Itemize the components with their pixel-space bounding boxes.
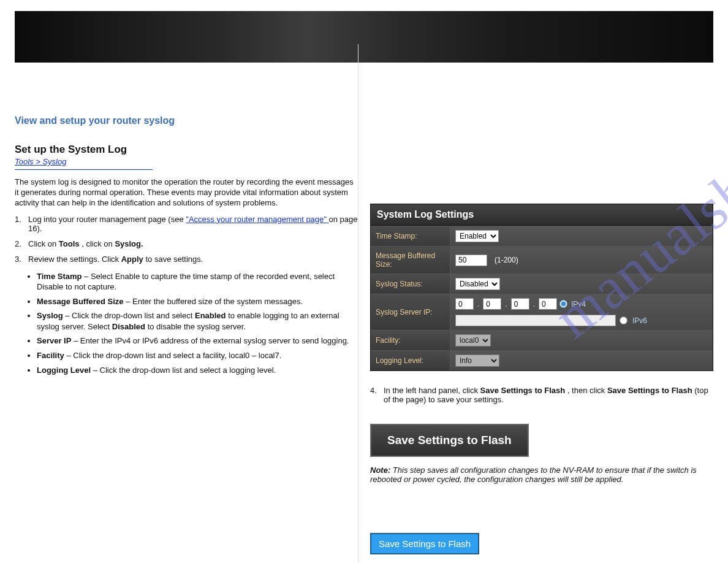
ipv4-octet-4[interactable]	[539, 298, 557, 310]
section-heading: View and setup your router syslog	[15, 115, 358, 126]
row-syslog-status: Syslog Status: Disabled	[371, 274, 713, 294]
bullet-text: – Click the drop-down list and select	[65, 311, 195, 320]
bullet-text: – Enter the IPv4 or IPv6 address of the …	[74, 336, 349, 345]
left-column: View and setup your router syslog Set up…	[15, 112, 358, 554]
row-msg-buf: Message Buffered Size: (1-200)	[371, 246, 713, 274]
ipv6-radio[interactable]	[620, 316, 628, 324]
bullet-bold: Time Stamp	[37, 272, 82, 281]
step-bold: Save Settings to Flash	[480, 386, 566, 395]
note-heading: Note:	[370, 465, 390, 475]
nav-path-link[interactable]: Tools > Syslog	[15, 157, 66, 166]
row-label: Syslog Status:	[371, 274, 450, 294]
bullet-logging-level: Logging Level – Click the drop-down list…	[37, 365, 358, 376]
step-1: 1. Log into your router management page …	[15, 215, 358, 233]
bullet-bold: Facility	[37, 351, 64, 360]
note-text: This step saves all configuration change…	[370, 465, 697, 484]
facility-select[interactable]: local0	[455, 334, 491, 347]
subsection-heading: Set up the System Log	[15, 144, 127, 155]
step-text: Review the settings. Click	[28, 255, 121, 264]
row-time-stamp: Time Stamp: Enabled	[371, 226, 713, 246]
bullet-facility: Facility – Click the drop-down list and …	[37, 350, 358, 361]
ipv6-input[interactable]	[455, 315, 616, 326]
logging-level-select[interactable]: Info	[455, 354, 499, 367]
save-settings-blue-button[interactable]: Save Settings to Flash	[370, 533, 479, 554]
step-4: 4. In the left hand panel, click Save Se…	[370, 386, 713, 404]
bullet-text: to disable the syslog server.	[148, 322, 246, 331]
step-number: 1.	[15, 215, 28, 233]
ipv6-radio-label: IPv6	[632, 316, 647, 325]
column-divider	[358, 44, 358, 563]
row-facility: Facility: local0	[371, 330, 713, 350]
step-text: , then click	[567, 386, 607, 395]
step-bold: Tools	[59, 239, 80, 248]
bullet-bold: Syslog	[37, 311, 63, 320]
bullet-text: – Enter the buffered size of the system …	[126, 297, 303, 306]
step-text: Click on	[28, 239, 59, 248]
ipv4-octet-2[interactable]	[483, 298, 501, 310]
step-number: 2.	[15, 239, 28, 248]
step-text: to save settings.	[145, 255, 203, 264]
bullet-bold: Enabled	[195, 311, 226, 320]
row-label: Facility:	[371, 331, 450, 350]
msg-buf-input[interactable]	[455, 255, 487, 266]
intro-paragraph: The system log is designed to monitor th…	[15, 177, 358, 209]
row-label: Time Stamp:	[371, 226, 450, 246]
dot-icon: .	[532, 300, 536, 308]
dot-icon: .	[504, 300, 508, 308]
panel-title: System Log Settings	[371, 204, 713, 226]
ipv4-radio[interactable]	[559, 300, 567, 308]
right-column: manualshive.com System Log Settings Time…	[358, 112, 713, 554]
time-stamp-select[interactable]: Enabled	[455, 230, 499, 242]
row-logging-level: Logging Level: Info	[371, 350, 713, 370]
ipv4-octet-1[interactable]	[455, 298, 474, 310]
step-bold: Syslog.	[115, 239, 143, 248]
cross-ref-link[interactable]: "Access your router management page"	[186, 215, 328, 224]
bullet-bold: Server IP	[37, 336, 71, 345]
ipv4-octet-3[interactable]	[511, 298, 529, 310]
dot-icon: .	[476, 300, 480, 308]
row-label: Message Buffered Size:	[371, 247, 450, 274]
step-text: In the left hand panel, click	[384, 386, 480, 395]
bullet-time-stamp: Time Stamp – Select Enable to capture th…	[37, 271, 358, 293]
bullet-text: – Click the drop-down list and select a …	[93, 366, 276, 375]
heading-underline	[15, 167, 153, 170]
step-bold: Save Settings to Flash	[607, 386, 692, 395]
save-settings-dark-button[interactable]: Save Settings to Flash	[370, 424, 529, 457]
step-text: , click on	[82, 239, 115, 248]
top-banner	[15, 11, 713, 63]
bullet-bold: Disabled	[112, 322, 145, 331]
bullet-msg-buf: Message Buffered Size – Enter the buffer…	[37, 296, 358, 307]
step-text: Log into your router management page (se…	[28, 215, 184, 224]
step-3: 3. Review the settings. Click Apply to s…	[15, 255, 358, 264]
bullet-server-ip: Server IP – Enter the IPv4 or IPv6 addre…	[37, 335, 358, 347]
bullet-text: – Select Enable to capture the time stam…	[37, 272, 335, 292]
step-number: 4.	[370, 386, 384, 404]
row-label: Logging Level:	[371, 351, 450, 370]
bullet-syslog: Syslog – Click the drop-down list and se…	[37, 310, 358, 332]
step-bold: Apply	[121, 255, 143, 264]
syslog-status-select[interactable]: Disabled	[455, 278, 500, 290]
bullet-bold: Message Buffered Size	[37, 297, 124, 306]
msg-buf-hint: (1-200)	[495, 256, 518, 264]
row-server-ip: Syslog Server IP: . . . IPv4	[371, 294, 713, 330]
bullet-text: – Click the drop-down list and select a …	[66, 351, 281, 360]
row-label: Syslog Server IP:	[371, 294, 450, 330]
ipv4-radio-label: IPv4	[571, 300, 586, 308]
system-log-settings-panel: System Log Settings Time Stamp: Enabled …	[370, 204, 713, 371]
step-2: 2. Click on Tools , click on Syslog.	[15, 239, 358, 248]
step-number: 3.	[15, 255, 28, 264]
note: Note: This step saves all configuration …	[370, 465, 713, 484]
bullet-bold: Logging Level	[37, 366, 91, 375]
